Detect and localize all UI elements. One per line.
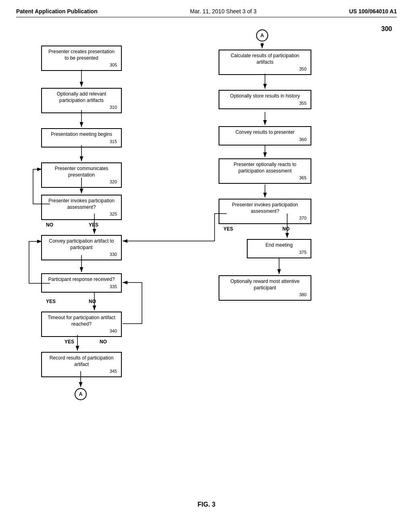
step-365: 365	[223, 175, 307, 181]
step-305: 305	[46, 62, 117, 68]
box-340: Timeout for participation artifact reach…	[41, 312, 122, 337]
step-345: 345	[46, 368, 117, 374]
box-355: Optionally store results in history 355	[219, 90, 311, 109]
label-no-325: NO	[46, 222, 53, 228]
box-330: Convey participation artifact to partici…	[41, 235, 122, 260]
box-375: End meeting 375	[247, 239, 311, 258]
figure-caption: FIG. 3	[16, 501, 397, 508]
step-310: 310	[46, 104, 117, 110]
step-315: 315	[46, 139, 117, 144]
connector-a-bottom: A	[75, 388, 87, 400]
box-325: Presenter invokes participation assessme…	[41, 195, 122, 220]
label-no-335: NO	[89, 299, 96, 304]
box-380: Optionally reward most attentive partici…	[219, 275, 311, 301]
step-360: 360	[223, 137, 307, 142]
step-335: 335	[46, 284, 117, 289]
label-yes-340: YES	[65, 339, 74, 345]
step-355: 355	[223, 100, 307, 106]
connector-a-top: A	[256, 29, 268, 42]
page: Patent Application Publication Mar. 11, …	[0, 0, 413, 532]
step-380: 380	[223, 292, 307, 297]
step-340: 340	[46, 328, 117, 334]
label-yes-370: YES	[223, 226, 233, 232]
date-sheet-label: Mar. 11, 2010 Sheet 3 of 3	[190, 8, 257, 15]
box-360: Convey results to presenter 360	[219, 126, 311, 145]
label-yes-325: YES	[89, 222, 98, 228]
diagram-number: 300	[381, 25, 392, 33]
box-320: Presenter communicates presentation 320	[41, 162, 122, 188]
label-yes-335: YES	[46, 299, 56, 304]
step-350: 350	[223, 66, 307, 72]
box-335: Participant response received? 335	[41, 273, 122, 293]
box-305: Presenter creates presentation to be pre…	[41, 46, 122, 71]
step-370: 370	[223, 215, 307, 221]
box-310: Optionally add relevant participation ar…	[41, 88, 122, 113]
step-330: 330	[46, 251, 117, 257]
patent-number-label: US 100/064010 A1	[349, 8, 397, 15]
box-345: Record results of participation artifact…	[41, 352, 122, 377]
box-350: Calculate results of participation artif…	[219, 50, 311, 75]
step-320: 320	[46, 179, 117, 185]
box-370: Presenter invokes participation assessme…	[219, 199, 311, 224]
publication-label: Patent Application Publication	[16, 8, 98, 15]
label-no-340: NO	[100, 339, 107, 345]
label-no-370: NO	[282, 226, 290, 232]
box-365: Presenter optionally reacts to participa…	[219, 158, 311, 184]
page-header: Patent Application Publication Mar. 11, …	[16, 8, 397, 17]
box-315: Presentation meeting begins 315	[41, 128, 122, 148]
step-375: 375	[252, 249, 307, 255]
step-325: 325	[46, 211, 117, 217]
